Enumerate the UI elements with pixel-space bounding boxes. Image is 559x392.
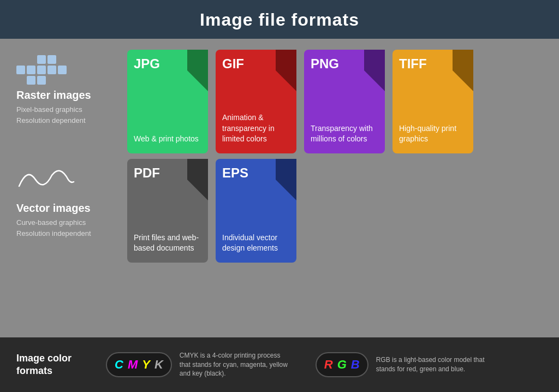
card-png-title: PNG (311, 56, 378, 72)
cmyk-y: Y (142, 358, 150, 372)
card-gif: GIF Animation & transparency in limited … (216, 50, 296, 153)
cmyk-block: C M Y K CMYK is a 4-color printing proce… (106, 351, 289, 378)
vector-icon (16, 164, 76, 197)
card-eps-title: EPS (222, 165, 290, 181)
card-eps-desc: Individual vector design elements (222, 233, 290, 254)
vector-heading: Vector images (16, 202, 91, 215)
card-pdf-desc: Print files and web-based documents (134, 233, 201, 254)
rgb-block: R G B RGB is a light-based color model t… (316, 352, 485, 377)
page-title: Image file formats (0, 10, 559, 30)
raster-heading: Raster images (16, 89, 91, 102)
rgb-desc: RGB is a light-based color model that st… (376, 355, 485, 374)
cmyk-desc: CMYK is a 4-color printing process that … (180, 351, 289, 378)
raster-desc: Pixel-based graphics Resolution dependen… (16, 104, 86, 126)
vector-cards: PDF Print files and web-based documents … (127, 159, 543, 263)
cmyk-badge: C M Y K (106, 352, 172, 377)
card-gif-desc: Animation & transparency in limited colo… (222, 112, 290, 145)
raster-row: Raster images Pixel-based graphics Resol… (16, 50, 543, 153)
footer: Image color formats C M Y K CMYK is a 4-… (0, 337, 559, 392)
rgb-badge: R G B (316, 352, 368, 377)
card-png-desc: Transparency with millions of colors (311, 123, 378, 145)
cmyk-m: M (128, 358, 138, 372)
card-tiff: TIFF High-quality print graphics (393, 50, 473, 153)
raster-cards: JPG Web & print photos GIF Animation & t… (127, 50, 543, 153)
rgb-g: G (337, 358, 347, 372)
vector-label: Vector images Curve-based graphics Resol… (16, 159, 117, 239)
footer-title: Image color formats (16, 352, 93, 378)
page-header: Image file formats (0, 0, 559, 39)
rgb-r: R (324, 358, 333, 372)
raster-label: Raster images Pixel-based graphics Resol… (16, 50, 117, 126)
raster-icon (16, 55, 67, 85)
cmyk-c: C (115, 358, 123, 372)
vector-row: Vector images Curve-based graphics Resol… (16, 159, 543, 263)
card-tiff-desc: High-quality print graphics (399, 123, 467, 145)
main-content: Raster images Pixel-based graphics Resol… (0, 39, 559, 337)
rgb-b: B (351, 358, 360, 372)
card-jpg-desc: Web & print photos (134, 134, 201, 145)
card-pdf: PDF Print files and web-based documents (127, 159, 208, 263)
card-png: PNG Transparency with millions of colors (304, 50, 385, 153)
vector-desc: Curve-based graphics Resolution independ… (16, 217, 91, 239)
card-eps: EPS Individual vector design elements (216, 159, 296, 263)
card-tiff-title: TIFF (399, 56, 467, 72)
cmyk-k: K (154, 358, 163, 372)
card-pdf-title: PDF (134, 165, 201, 181)
card-gif-title: GIF (222, 56, 290, 72)
card-jpg-title: JPG (134, 56, 201, 72)
card-jpg: JPG Web & print photos (127, 50, 208, 153)
